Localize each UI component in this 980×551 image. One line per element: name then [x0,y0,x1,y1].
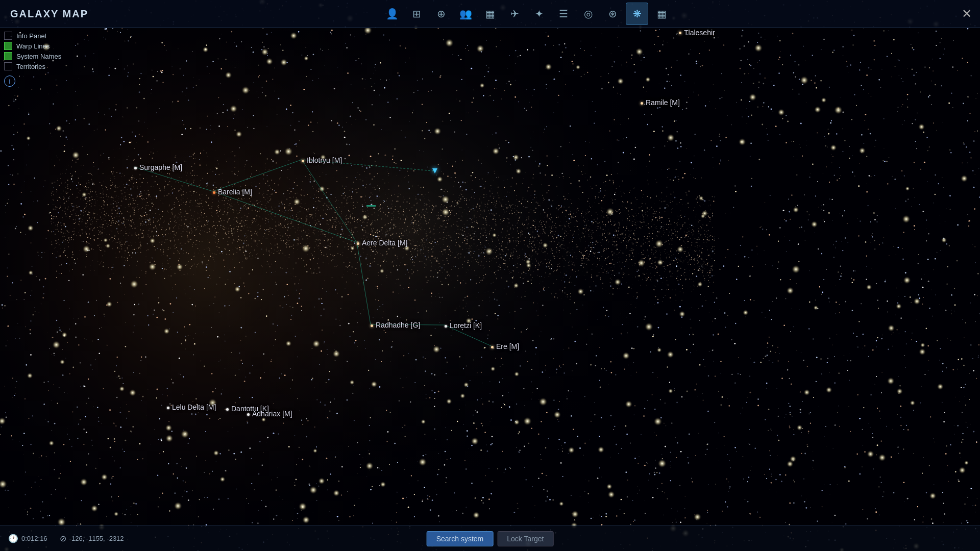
checkbox-warp-lines[interactable]: Warp Lines [4,42,61,50]
checkbox-info-panel[interactable]: Info Panel [4,32,61,40]
territories-checkbox[interactable] [4,62,12,70]
dot-aere-delta [357,242,359,245]
dot-tlalesehir [679,32,681,34]
dot-lelu-delta [167,407,169,409]
info-panel-checkbox[interactable] [4,32,12,40]
journal-icon-btn[interactable]: ☰ [552,3,575,25]
checkbox-system-names[interactable]: System Names [4,52,61,60]
info-icon[interactable]: i [4,76,15,87]
galaxy-background [0,0,980,551]
galaxy-icon-btn[interactable]: ❋ [626,3,648,25]
warp-lines-checkbox[interactable] [4,42,12,50]
missions-icon-btn[interactable]: ✈ [503,3,526,25]
combat-icon-btn[interactable]: ✦ [528,3,550,25]
search-system-button[interactable]: Search system [427,531,494,546]
page-title: GALAXY MAP [0,8,99,20]
no-sign-icon: ⊘ [60,534,66,543]
system-names-label: System Names [16,53,61,60]
topbar-icons: 👤 ⊞ ⊕ 👥 ▦ ✈ ✦ ☰ ◎ ⊛ ❋ ▦ [99,3,955,25]
player-triangle [432,168,437,173]
player-marker [432,168,437,173]
bottom-actions: Search system Lock Target [427,531,554,546]
dot-loretzi [445,325,447,328]
group-icon-btn[interactable]: 👥 [454,3,477,25]
system-names-checkbox[interactable] [4,52,12,60]
planet-icon-btn[interactable]: ⊛ [601,3,624,25]
bottom-bar: 🕐 0:012:16 ⊘ -126, -1155, -2312 Search s… [0,525,980,551]
dot-iblotryu [302,160,304,162]
star-field [0,0,980,551]
info-panel-label: Info Panel [16,32,46,40]
station-icon-btn[interactable]: ⊕ [430,3,452,25]
compass-icon-btn[interactable]: ◎ [577,3,599,25]
warp-lines-label: Warp Lines [16,42,50,50]
dot-radhadhe [371,324,373,327]
stats-icon-btn[interactable]: ▦ [650,3,673,25]
dot-dantottu [226,408,229,411]
left-panel: Info Panel Warp Lines System Names Terri… [4,32,61,87]
dot-surgaphe [134,167,137,169]
topbar: GALAXY MAP 👤 ⊞ ⊕ 👥 ▦ ✈ ✦ ☰ ◎ ⊛ ❋ ▦ ✕ [0,0,980,28]
dot-barelia [213,191,215,194]
ship-icon-btn[interactable]: ⊞ [405,3,428,25]
coordinates-display: ⊘ -126, -1155, -2312 [60,534,124,543]
lock-target-button[interactable]: Lock Target [497,531,553,546]
inventory-icon-btn[interactable]: ▦ [479,3,501,25]
dot-adhariax [247,413,250,416]
coordinates-value: -126, -1155, -2312 [69,535,124,542]
dot-ramile [641,102,643,105]
clock-icon: 🕐 [8,534,18,543]
time-display: 🕐 0:012:16 [8,534,47,543]
close-button[interactable]: ✕ [955,3,978,25]
territories-label: Territories [16,63,45,70]
dot-ere [491,346,494,348]
character-icon-btn[interactable]: 👤 [381,3,403,25]
checkbox-territories[interactable]: Territories [4,62,61,70]
time-value: 0:012:16 [21,535,47,542]
